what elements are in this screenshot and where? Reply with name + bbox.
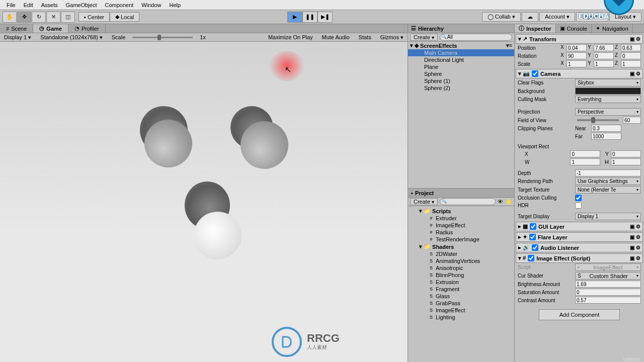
- gear-icon[interactable]: ▣ ⚙: [630, 71, 640, 76]
- near-field[interactable]: [591, 125, 621, 132]
- hierarchy-item[interactable]: Sphere (1): [408, 77, 514, 84]
- project-search[interactable]: [440, 198, 496, 205]
- background-color-field[interactable]: [575, 87, 641, 95]
- menu-window[interactable]: Window: [137, 2, 165, 8]
- occlusion-checkbox[interactable]: [575, 195, 582, 201]
- tab-game[interactable]: ◷ Game: [33, 24, 68, 33]
- menu-assets[interactable]: Assets: [37, 2, 62, 8]
- tab-inspector[interactable]: ⓘ Inspector: [515, 24, 556, 33]
- tab-console[interactable]: ▣ Console: [556, 24, 592, 33]
- gear-icon[interactable]: ▣ ⚙: [630, 255, 640, 261]
- gear-icon[interactable]: ▣ ⚙: [630, 36, 640, 42]
- gizmos-dropdown[interactable]: Gizmos ▾: [378, 34, 406, 41]
- mute-toggle[interactable]: Mute Audio: [320, 34, 352, 40]
- menu-help[interactable]: Help: [165, 2, 185, 8]
- scale-tool-button[interactable]: ⤧: [46, 12, 60, 23]
- project-item[interactable]: #TestRenderImage: [408, 236, 514, 243]
- hierarchy-item[interactable]: Directional Light: [408, 56, 514, 63]
- projection-dropdown[interactable]: Perspective: [575, 108, 641, 116]
- hdr-checkbox[interactable]: [575, 202, 582, 209]
- project-panel-header[interactable]: ▪ Project: [408, 189, 514, 198]
- flare-layer-header[interactable]: ▸ ✦ Flare Layer▣ ⚙: [516, 232, 643, 242]
- rotation-y-field[interactable]: [594, 52, 614, 59]
- hierarchy-item[interactable]: Sphere (2): [408, 84, 514, 92]
- scale-slider[interactable]: [132, 37, 193, 38]
- scale-z-field[interactable]: [621, 60, 641, 67]
- gui-layer-header[interactable]: ▸ ▦ GUI Layer▣ ⚙: [516, 222, 643, 231]
- viewport-x-field[interactable]: [570, 150, 600, 157]
- cur-shader-field[interactable]: S Custom Shader: [575, 272, 641, 280]
- far-field[interactable]: [591, 133, 621, 140]
- position-y-field[interactable]: [594, 44, 614, 51]
- hierarchy-search[interactable]: All: [440, 34, 512, 41]
- project-item[interactable]: SExtrusion: [408, 279, 514, 286]
- project-create-button[interactable]: Create ▾: [410, 198, 438, 205]
- project-item[interactable]: S2DWater: [408, 250, 514, 257]
- project-item[interactable]: #Radius: [408, 229, 514, 236]
- scale-x-field[interactable]: [567, 60, 587, 67]
- menu-gameobject[interactable]: GameObject: [62, 2, 101, 8]
- rendering-path-dropdown[interactable]: Use Graphics Settings: [575, 177, 641, 185]
- tab-profiler[interactable]: ◔ Profiler: [68, 24, 106, 33]
- pause-button[interactable]: ❚❚: [302, 12, 317, 23]
- target-texture-field[interactable]: None (Render Te: [575, 186, 641, 194]
- image-effect-header[interactable]: ▾ # Image Effect (Script)▣ ⚙: [516, 253, 643, 263]
- fov-field[interactable]: [623, 117, 641, 124]
- play-button[interactable]: ▶: [287, 12, 302, 23]
- target-display-dropdown[interactable]: Display 1: [575, 213, 641, 220]
- project-item[interactable]: SLighting: [408, 314, 514, 321]
- gear-icon[interactable]: ▣ ⚙: [630, 224, 640, 229]
- tab-navigation[interactable]: ✦Navigation: [592, 24, 633, 33]
- gui-layer-checkbox[interactable]: [530, 223, 536, 230]
- fov-slider[interactable]: [577, 119, 619, 121]
- move-tool-button[interactable]: ✥: [17, 12, 31, 23]
- menu-edit[interactable]: Edit: [20, 2, 37, 8]
- camera-enable-checkbox[interactable]: [532, 70, 538, 77]
- hand-tool-button[interactable]: ✋: [3, 12, 17, 23]
- rotation-z-field[interactable]: [621, 52, 641, 59]
- hierarchy-scene-root[interactable]: ▾ ◈ ScreenEffects▾≡: [408, 42, 514, 49]
- space-mode-button[interactable]: ◆ Local: [110, 12, 139, 22]
- saturation-field[interactable]: [575, 289, 641, 296]
- menu-file[interactable]: File: [3, 2, 20, 8]
- stats-toggle[interactable]: Stats: [357, 34, 373, 40]
- maximize-toggle[interactable]: Maximize On Play: [266, 34, 315, 40]
- project-folder-shaders[interactable]: ▾ 📁 Shaders: [408, 243, 514, 250]
- viewport-w-field[interactable]: [570, 158, 600, 165]
- rect-tool-button[interactable]: ◫: [61, 12, 75, 23]
- project-item[interactable]: SBlinnPhong: [408, 272, 514, 279]
- transform-component-header[interactable]: ▾ ↗ Transform▣ ⚙: [516, 34, 643, 44]
- position-x-field[interactable]: [567, 44, 587, 51]
- hierarchy-panel-header[interactable]: ☰ Hierarchy: [408, 24, 514, 33]
- project-item[interactable]: SAnimatingVertices: [408, 257, 514, 264]
- project-item[interactable]: #Extruder: [408, 215, 514, 222]
- hierarchy-item-main-camera[interactable]: Main Camera: [408, 49, 514, 56]
- brightness-field[interactable]: [575, 281, 641, 288]
- rotate-tool-button[interactable]: ↻: [32, 12, 46, 23]
- project-item[interactable]: SImageEffect: [408, 307, 514, 314]
- search-type-icon[interactable]: ⭐: [505, 199, 512, 205]
- step-button[interactable]: ▶❚: [317, 12, 333, 23]
- gear-icon[interactable]: ▣ ⚙: [630, 234, 640, 240]
- account-dropdown[interactable]: Account ▾: [539, 12, 575, 22]
- project-folder-scripts[interactable]: ▾ 📁 Scripts: [408, 207, 514, 215]
- viewport-y-field[interactable]: [611, 150, 641, 157]
- gear-icon[interactable]: ▣ ⚙: [630, 245, 640, 250]
- flare-layer-checkbox[interactable]: [529, 234, 536, 240]
- clear-flags-dropdown[interactable]: Skybox: [575, 79, 641, 86]
- project-item[interactable]: SFragment: [408, 286, 514, 293]
- add-component-button[interactable]: Add Component: [539, 309, 620, 320]
- hierarchy-item[interactable]: Sphere: [408, 70, 514, 77]
- position-z-field[interactable]: [621, 44, 641, 51]
- depth-field[interactable]: [575, 169, 641, 176]
- scale-y-field[interactable]: [594, 60, 614, 67]
- culling-mask-dropdown[interactable]: Everything: [575, 96, 641, 103]
- project-item[interactable]: SGrabPass: [408, 300, 514, 307]
- menu-component[interactable]: Component: [101, 2, 137, 8]
- audio-listener-header[interactable]: ▸ 🔊 Audio Listener▣ ⚙: [516, 243, 643, 252]
- project-item[interactable]: SAnisotropic: [408, 264, 514, 272]
- collab-dropdown[interactable]: ◯ Collab ▾: [482, 12, 521, 22]
- viewport-h-field[interactable]: [611, 158, 641, 165]
- display-dropdown[interactable]: Display 1 ▾: [2, 34, 33, 41]
- pivot-mode-button[interactable]: ▪ Center: [78, 12, 110, 22]
